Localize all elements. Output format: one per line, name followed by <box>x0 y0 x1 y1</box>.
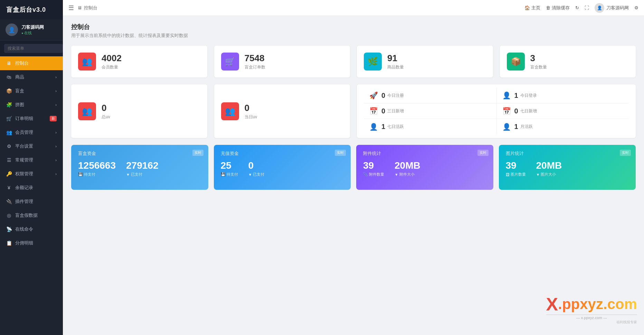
month-active-label: 月活跃 <box>520 124 533 130</box>
platform-icon: ⚙ <box>6 143 12 149</box>
uv-card-uv: 👥 0 当日uv <box>214 84 350 138</box>
breadcrumb-icon: 🖥 <box>77 5 82 10</box>
blind-box-pending-label: 💾 待支付 <box>78 172 116 177</box>
clear-cache-button[interactable]: 🗑 清除缓存 <box>546 5 570 11</box>
sidebar-item-goods[interactable]: 🛍 商品 › <box>0 70 63 84</box>
activity-seven-day-active: 👤 1 七日活跃 <box>364 119 496 134</box>
sidebar: 盲盒后台v3.0 👤 刀客源码网 在线 🔍 🖥 控制台 🛍 商品 › 📦 盲盒 … <box>0 0 63 335</box>
members-label: 会员数量 <box>102 64 122 70</box>
split-icon: 📋 <box>6 240 12 246</box>
activity-today-reg: 🚀 0 今日注册 <box>364 88 496 103</box>
page-subtitle: 用于展示当前系统中的统计数据、统计报表及重要实时数据 <box>71 32 636 39</box>
orders-label: 盲盒订单数 <box>245 64 265 70</box>
activity-month-active: 👤 1 月活跃 <box>496 119 629 134</box>
sidebar-item-label: 在线命令 <box>15 226 33 232</box>
sidebar-item-platform[interactable]: ⚙ 平台设置 › <box>0 139 63 153</box>
sidebar-item-blindbox[interactable]: 📦 盲盒 › <box>0 84 63 98</box>
sidebar-item-label: 盲盒 <box>15 88 24 94</box>
uv-pv-count: 0 <box>102 103 110 113</box>
blind-box-pending-val: 1256663 💾 待支付 <box>78 160 116 177</box>
topbar-user[interactable]: 👤 刀客源码网 <box>595 3 629 13</box>
page-title: 控制台 <box>71 23 636 31</box>
month-active-count: 1 <box>514 123 518 131</box>
blind-box-paid-val: 279162 ▼ 已支付 <box>126 160 158 177</box>
sidebar-item-dashboard[interactable]: 🖥 控制台 <box>0 56 63 70</box>
main-content: ☰ 🖥 控制台 🏠 主页 🗑 清除缓存 ↻ ⛶ 👤 刀客源 <box>63 0 644 335</box>
activity-three-day: 📅 0 三日新增 <box>364 103 496 119</box>
image-stats-values: 39 🖼 图片数量 20MB ▼ 图片大小 <box>506 160 629 177</box>
seven-day-active-count: 1 <box>381 123 385 131</box>
sidebar-item-puzzle[interactable]: 🧩 拼图 › <box>0 98 63 112</box>
sidebar-item-label: 商品 <box>15 74 24 80</box>
topbar-left: ☰ 🖥 控制台 <box>68 4 97 12</box>
sidebar-item-label: 余额记录 <box>15 185 33 191</box>
app-logo: 盲盒后台v3.0 <box>0 0 63 19</box>
down4-icon: ▼ <box>536 173 540 177</box>
sidebar-item-blindbox-data[interactable]: ◎ 盲盒假数据 <box>0 208 63 222</box>
settings-button[interactable]: ⚙ <box>634 5 638 10</box>
calendar2-icon: 📅 <box>502 107 511 115</box>
seven-day-new-count: 0 <box>514 107 518 115</box>
rocket-icon: 🚀 <box>369 91 378 100</box>
down3-icon: ▼ <box>395 173 398 177</box>
image-count-label: 🖼 图片数量 <box>506 172 526 177</box>
chevron-right-icon: › <box>55 75 57 79</box>
general-icon: ☰ <box>6 157 12 163</box>
boxes-stat-icon: 📦 <box>507 53 525 71</box>
members-icon: 👥 <box>6 130 12 135</box>
home-button[interactable]: 🏠 主页 <box>524 5 540 11</box>
new-badge: 新 <box>50 116 57 121</box>
sidebar-item-general[interactable]: ☰ 常规管理 › <box>0 153 63 167</box>
image-count-val: 39 🖼 图片数量 <box>506 160 526 177</box>
attachment-size-num: 20MB <box>395 160 420 171</box>
boxes-count: 3 <box>530 53 547 64</box>
three-day-label: 三日新增 <box>387 108 404 114</box>
sidebar-item-plugins[interactable]: 🔌 插件管理 <box>0 195 63 208</box>
dashboard-icon: 🖥 <box>6 61 12 66</box>
recharge-pending-num: 25 <box>221 160 238 171</box>
blind-box-funds-values: 1256663 💾 待支付 279162 ▼ 已支付 <box>78 160 201 177</box>
sidebar-item-members[interactable]: 👥 会员管理 › <box>0 125 63 139</box>
avatar: 👤 <box>6 24 18 36</box>
refresh-button[interactable]: ↻ <box>575 5 579 10</box>
sidebar-item-online-cmd[interactable]: 📡 在线命令 <box>0 222 63 236</box>
recharge-pending-val: 25 💾 待支付 <box>221 160 238 177</box>
recharge-funds-card: 充值资金 实时 25 💾 待支付 0 ▼ 已支付 <box>214 145 351 190</box>
blindbox-data-icon: ◎ <box>6 213 12 218</box>
sidebar-item-label: 控制台 <box>15 60 29 66</box>
blind-box-funds-title: 盲盒资金 <box>78 150 201 157</box>
fullscreen-icon: ⛶ <box>585 5 589 10</box>
uv-uv-icon: 👥 <box>221 102 239 120</box>
breadcrumb: 🖥 控制台 <box>77 5 97 11</box>
sidebar-item-balance[interactable]: ¥ 余额记录 <box>0 181 63 195</box>
search-input[interactable] <box>4 44 63 53</box>
person-icon: 👤 <box>502 91 511 100</box>
fullscreen-button[interactable]: ⛶ <box>585 5 589 10</box>
stats-row: 👥 4002 会员数量 🛒 7548 盲盒订单数 🌿 91 商品数量 <box>71 46 636 77</box>
bottom-cards-row: 盲盒资金 实时 1256663 💾 待支付 279162 ▼ <box>71 145 636 190</box>
sidebar-user: 👤 刀客源码网 在线 <box>0 19 63 40</box>
refresh-icon: ↻ <box>575 5 579 10</box>
blind-box-funds-card: 盲盒资金 实时 1256663 💾 待支付 279162 ▼ <box>71 145 208 190</box>
orders-stat-icon: 🛒 <box>221 53 239 71</box>
activity-section: 🚀 0 今日注册 👤 1 今日登录 📅 0 三日新增 <box>357 84 636 138</box>
image-count-num: 39 <box>506 160 526 171</box>
sidebar-item-label: 订单明细 <box>15 115 33 122</box>
today-login-count: 1 <box>514 92 518 100</box>
blindbox-icon: 📦 <box>6 88 12 94</box>
attachment-count-val: 39 📎 附件数量 <box>363 160 384 177</box>
chevron-right-icon: › <box>55 158 57 162</box>
sidebar-item-permission[interactable]: 🔑 权限管理 › <box>0 167 63 181</box>
settings-icon: ⚙ <box>634 5 638 10</box>
sidebar-item-split[interactable]: 📋 分佣明细 <box>0 236 63 250</box>
today-reg-count: 0 <box>381 92 385 100</box>
sidebar-item-label: 会员管理 <box>15 129 33 136</box>
today-login-label: 今日登录 <box>520 93 537 99</box>
sidebar-item-orders[interactable]: 🛒 订单明细 新 <box>0 112 63 125</box>
menu-toggle-button[interactable]: ☰ <box>68 4 74 12</box>
seven-day-active-label: 七日活跃 <box>387 124 404 130</box>
chevron-right-icon: › <box>55 172 57 176</box>
image-size-label: ▼ 图片大小 <box>536 172 562 177</box>
orders-icon: 🛒 <box>6 116 12 121</box>
sidebar-item-label: 权限管理 <box>15 171 33 177</box>
